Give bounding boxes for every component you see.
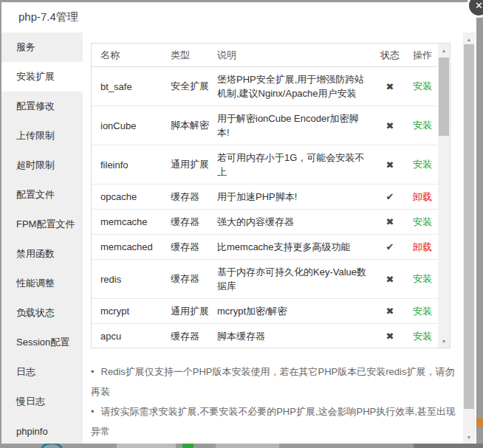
- dialog-title: php-7.4管理: [18, 10, 78, 24]
- extension-name: opcache: [92, 191, 171, 202]
- sidebar-item-慢日志[interactable]: 慢日志: [1, 387, 83, 416]
- sidebar-item-label: 慢日志: [16, 395, 45, 408]
- table-body: bt_safe 安全扩展 堡塔PHP安全扩展,用于增强防跨站机制,建议Nginx…: [92, 67, 450, 348]
- extension-description: 用于加速PHP脚本!: [217, 190, 374, 204]
- page-backdrop: { "modal": { "title": "php-7.4管理", "clos…: [0, 0, 483, 448]
- extension-type: 缓存器: [171, 272, 217, 286]
- close-icon: ✕: [475, 1, 483, 10]
- extension-name: redis: [92, 274, 171, 285]
- extension-name: memcache: [92, 216, 171, 227]
- table-row: bt_safe 安全扩展 堡塔PHP安全扩展,用于增强防跨站机制,建议Nginx…: [92, 67, 450, 106]
- table-row: memcached 缓存器 比memcache支持更多高级功能 ✔ 卸载: [92, 235, 450, 260]
- extension-description: 基于内存亦可持久化的Key-Value数据库: [217, 265, 374, 293]
- dialog-scrollbar[interactable]: ▲ ▼: [463, 32, 475, 444]
- scroll-down-arrow-icon[interactable]: ▼: [463, 432, 475, 442]
- not-installed-x-icon: ✖: [374, 120, 406, 131]
- header-desc: 说明: [217, 48, 374, 62]
- extension-description: 脚本缓存器: [217, 329, 374, 343]
- not-installed-x-icon: ✖: [374, 331, 406, 342]
- table-row: apcu 缓存器 脚本缓存器 ✖ 安装: [92, 324, 450, 348]
- not-installed-x-icon: ✖: [374, 274, 406, 285]
- backdrop-fragment: [414, 444, 483, 448]
- note-item: •请按实际需求安装扩展,不要安装不必要的PHP扩展,这会影响PHP执行效率,甚至…: [91, 402, 463, 441]
- extension-type: 通用扩展: [171, 158, 217, 171]
- note-text: 请按实际需求安装扩展,不要安装不必要的PHP扩展,这会影响PHP执行效率,甚至出…: [91, 406, 456, 437]
- sidebar-item-安装扩展[interactable]: 安装扩展: [1, 62, 83, 92]
- sidebar-item-日志[interactable]: 日志: [1, 357, 83, 387]
- header-type: 类型: [171, 49, 217, 62]
- sidebar-item-label: 上传限制: [16, 129, 55, 142]
- table-row: memcache 缓存器 强大的内容缓存器 ✖ 安装: [92, 210, 450, 235]
- extension-type: 缓存器: [171, 241, 217, 254]
- extension-name: mcrypt: [92, 306, 171, 317]
- sidebar-item-超时限制[interactable]: 超时限制: [1, 151, 83, 180]
- sidebar-item-label: 配置修改: [16, 100, 55, 113]
- install-link[interactable]: 安装: [413, 216, 432, 227]
- dialog-title-bar: php-7.4管理: [1, 2, 476, 32]
- sidebar-item-label: 性能调整: [16, 277, 55, 290]
- scroll-down-arrow-icon[interactable]: ▼: [438, 336, 450, 346]
- scroll-up-arrow-icon[interactable]: ▲: [438, 45, 450, 55]
- table-row: fileinfo 通用扩展 若可用内存小于1G，可能会安装不上 ✖ 安装: [92, 145, 450, 185]
- header-name: 名称: [92, 49, 171, 62]
- install-link[interactable]: 安装: [413, 273, 432, 284]
- sidebar-item-配置文件[interactable]: 配置文件: [1, 180, 83, 210]
- sidebar-item-禁用函数[interactable]: 禁用函数: [1, 239, 83, 269]
- not-installed-x-icon: ✖: [374, 216, 406, 227]
- bullet-icon: •: [91, 366, 95, 377]
- install-link[interactable]: 安装: [413, 120, 432, 131]
- note-item: •opcache/xcache/apc等脚本缓存扩展,请只安装其中1个,否则可能…: [91, 441, 463, 444]
- table-scrollbar-thumb[interactable]: [439, 58, 449, 136]
- dialog-scrollbar-thumb[interactable]: [464, 44, 474, 409]
- extension-type: 缓存器: [171, 216, 217, 229]
- backdrop-fragment: [216, 444, 279, 448]
- backdrop-fragment: [182, 444, 193, 448]
- table-row: ionCube 脚本解密 用于解密ionCube Encoder加密脚本! ✖ …: [92, 106, 450, 145]
- table-scrollbar[interactable]: ▲ ▼: [438, 44, 450, 348]
- backdrop-fragment: [117, 444, 176, 448]
- extension-type: 缓存器: [171, 190, 217, 204]
- extension-description: 若可用内存小于1G，可能会安装不上: [217, 151, 374, 179]
- sidebar-item-label: 负载状态: [16, 306, 55, 320]
- sidebar-item-phpinfo[interactable]: phpinfo: [1, 416, 83, 444]
- sidebar-item-label: Session配置: [16, 336, 69, 349]
- extension-description: mcrypt加密/解密: [217, 304, 374, 318]
- installed-check-icon: ✔: [374, 241, 406, 252]
- sidebar-item-性能调整[interactable]: 性能调整: [1, 269, 83, 298]
- sidebar-item-服务[interactable]: 服务: [1, 32, 83, 62]
- extension-name: bt_safe: [92, 81, 171, 92]
- table-row: opcache 缓存器 用于加速PHP脚本! ✔ 卸载: [92, 185, 450, 210]
- sidebar-item-label: phpinfo: [16, 426, 48, 437]
- sidebar-item-label: 服务: [16, 41, 35, 54]
- sidebar-item-label: 日志: [16, 365, 35, 379]
- note-text: Redis扩展仅支持一个PHP版本安装使用，若在其它PHP版本已安装redis扩…: [91, 366, 454, 397]
- install-link[interactable]: 安装: [413, 159, 432, 170]
- sidebar-item-label: 安装扩展: [16, 70, 55, 83]
- install-link[interactable]: 安装: [413, 80, 432, 92]
- sidebar-item-上传限制[interactable]: 上传限制: [1, 121, 83, 151]
- install-link[interactable]: 安装: [413, 331, 432, 342]
- extension-name: fileinfo: [92, 159, 171, 170]
- sidebar-item-Session配置[interactable]: Session配置: [1, 328, 83, 357]
- bullet-icon: •: [91, 406, 95, 417]
- php-manage-dialog: php-7.4管理 服务 安装扩展 配置修改 上传限制 超时限制 配置文件 FP…: [1, 2, 476, 444]
- sidebar-item-负载状态[interactable]: 负载状态: [1, 298, 83, 328]
- extension-type: 安全扩展: [171, 80, 217, 93]
- install-link[interactable]: 安装: [413, 306, 432, 317]
- header-action: 操作: [406, 49, 439, 62]
- extension-description: 用于解密ionCube Encoder加密脚本!: [217, 111, 374, 139]
- extension-name: apcu: [92, 331, 171, 342]
- extension-type: 脚本解密: [171, 119, 217, 132]
- sidebar-item-配置修改[interactable]: 配置修改: [1, 92, 83, 121]
- uninstall-link[interactable]: 卸载: [413, 191, 432, 202]
- extension-type: 通用扩展: [171, 305, 217, 318]
- scroll-up-arrow-icon[interactable]: ▲: [463, 34, 475, 44]
- table-row: redis 缓存器 基于内存亦可持久化的Key-Value数据库 ✖ 安装: [92, 260, 450, 299]
- note-item: •Redis扩展仅支持一个PHP版本安装使用，若在其它PHP版本已安装redis…: [91, 362, 463, 402]
- sidebar-item-FPM配置文件[interactable]: FPM配置文件: [1, 210, 83, 239]
- sidebar: 服务 安装扩展 配置修改 上传限制 超时限制 配置文件 FPM配置文件 禁用函数…: [1, 32, 83, 444]
- table-header-row: 名称 类型 说明 状态 操作: [92, 44, 450, 67]
- sidebar-item-label: FPM配置文件: [16, 218, 75, 231]
- not-installed-x-icon: ✖: [374, 81, 406, 92]
- uninstall-link[interactable]: 卸载: [413, 241, 432, 252]
